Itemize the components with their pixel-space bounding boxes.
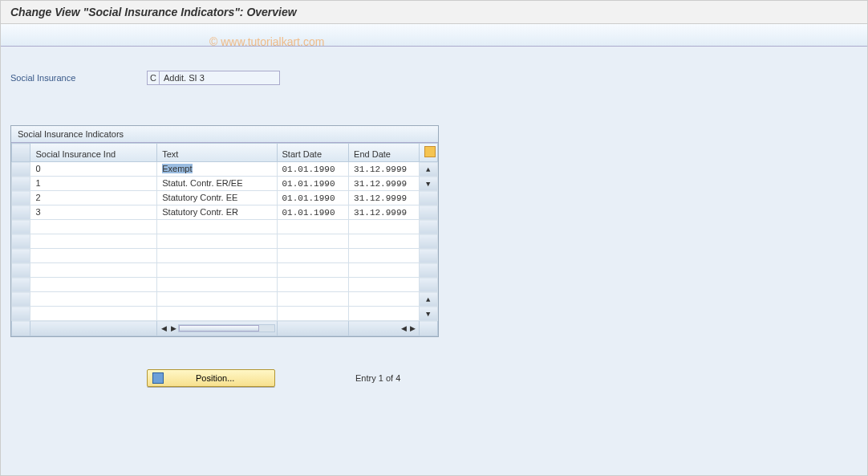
cell-text[interactable]: Statutory Contr. EE [157,191,277,205]
cell-end[interactable]: 31.12.9999 [349,191,419,205]
scroll-right-inner-button[interactable]: ▶ [168,324,178,332]
table-row[interactable]: 3 Statutory Contr. ER 01.01.1990 31.12.9… [12,205,438,220]
h-scroll-wrap [30,321,157,336]
scroll-left-end-button[interactable]: ◀ [401,324,407,332]
arrow-up-icon: ▲ [426,166,430,174]
cell-text[interactable]: Statutory Contr. ER [157,205,277,220]
scroll-left-button[interactable]: ◀ [159,324,168,332]
row-selector[interactable] [12,191,30,205]
table-row-empty[interactable] [12,234,438,249]
position-button-label: Position... [196,373,234,383]
position-button[interactable]: Position... [147,369,275,387]
header-field-row: Social Insurance [10,71,858,85]
scroll-track [419,205,438,220]
col-header-ind[interactable]: Social Insurance Ind [30,144,157,162]
table-row-empty[interactable]: ▼ [12,307,438,321]
horizontal-scrollbar[interactable]: ◀ ▶ [157,321,276,336]
scroll-thumb-horizontal[interactable] [179,325,259,332]
scroll-down-button[interactable]: ▼ [419,307,438,321]
scroll-up-button[interactable]: ▲ [419,162,438,177]
cell-start[interactable]: 01.01.1990 [277,177,349,191]
scroll-track[interactable]: ▼ [419,177,438,191]
row-selector[interactable] [12,162,30,177]
cell-text[interactable]: Exempt [157,162,277,177]
entry-counter: Entry 1 of 4 [355,373,400,383]
scroll-right-button[interactable]: ▶ [410,324,416,332]
table-row-empty[interactable]: ▲ [12,292,438,307]
cell-text[interactable]: Statut. Contr. ER/EE [157,177,277,191]
table-row-empty[interactable] [12,278,438,292]
col-header-start[interactable]: Start Date [277,144,349,162]
table-row-empty[interactable] [12,220,438,234]
row-selector[interactable] [12,177,30,191]
col-header-text[interactable]: Text [157,144,277,162]
cell-start[interactable]: 01.01.1990 [277,162,349,177]
table-container: Social Insurance Indicators Social Insur… [10,125,439,337]
cell-end[interactable]: 31.12.9999 [349,162,419,177]
cell-ind[interactable]: 2 [30,191,157,205]
table-settings-icon [424,146,436,157]
scroll-track [419,191,438,205]
social-insurance-text-input[interactable] [160,71,280,85]
scroll-track-horizontal[interactable] [178,324,274,332]
cell-ind[interactable]: 3 [30,205,157,220]
page-title: Change View "Social Insurance Indicators… [1,1,867,24]
cell-end[interactable]: 31.12.9999 [349,205,419,220]
table-row-empty[interactable] [12,263,438,278]
table-row-empty[interactable] [12,249,438,263]
select-all-header[interactable] [12,144,30,162]
cell-start[interactable]: 01.01.1990 [277,205,349,220]
toolbar-strip [1,24,867,47]
table-row[interactable]: 2 Statutory Contr. EE 01.01.1990 31.12.9… [12,191,438,205]
table-row[interactable]: 0 Exempt 01.01.1990 31.12.9999 ▲ [12,162,438,177]
scroll-up-bottom[interactable]: ▲ [419,292,438,307]
arrow-up-icon: ▲ [426,296,430,304]
social-insurance-label: Social Insurance [10,73,147,83]
content-area: © www.tutorialkart.com Social Insurance … [1,47,867,476]
position-icon [152,372,164,384]
cell-start[interactable]: 01.01.1990 [277,191,349,205]
cell-ind[interactable]: 0 [30,162,157,177]
cell-ind[interactable]: 1 [30,177,157,191]
cell-end[interactable]: 31.12.9999 [349,177,419,191]
social-insurance-code-input[interactable] [147,71,160,85]
data-grid: Social Insurance Ind Text Start Date End… [11,143,438,336]
horizontal-scrollbar-row: ◀ ▶ ◀ ▶ [12,321,438,336]
table-caption: Social Insurance Indicators [11,126,438,143]
footer-bar: Position... Entry 1 of 4 [10,369,858,387]
row-selector[interactable] [12,205,30,220]
configure-columns-button[interactable] [419,144,438,162]
table-header-row: Social Insurance Ind Text Start Date End… [12,144,438,162]
arrow-down-icon: ▼ [426,181,430,189]
arrow-down-icon: ▼ [426,311,430,319]
col-header-end[interactable]: End Date [349,144,419,162]
table-row[interactable]: 1 Statut. Contr. ER/EE 01.01.1990 31.12.… [12,177,438,191]
selected-cell-text: Exempt [162,164,192,173]
